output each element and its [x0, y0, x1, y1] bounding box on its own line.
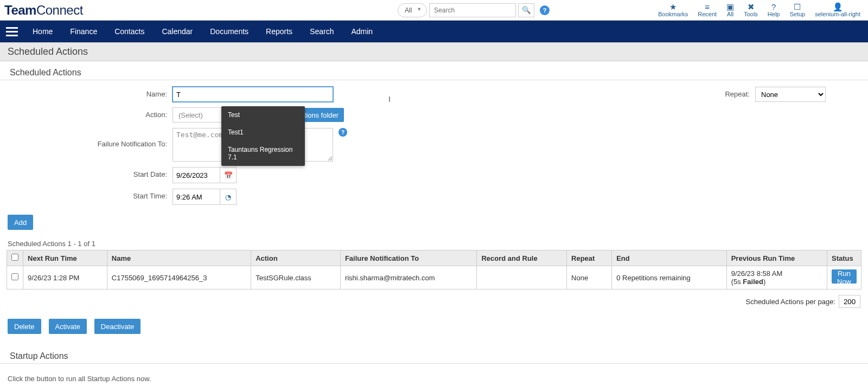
- form-left: Name: I Action: (Select) Go To Actions f…: [10, 87, 357, 210]
- ac-item[interactable]: Test: [221, 106, 305, 124]
- tools-icon: ✖: [748, 3, 755, 11]
- header-status[interactable]: Status: [827, 250, 861, 266]
- row-failure-to: Failure Notification To: ?: [10, 128, 357, 162]
- cell-status: Run Now: [827, 266, 861, 290]
- header-next-run[interactable]: Next Run Time: [23, 250, 107, 266]
- page-title: Scheduled Actions: [0, 42, 868, 61]
- name-autocomplete: Test Test1 Tauntauns Regression 7.1: [221, 106, 305, 166]
- label-action: Action:: [10, 107, 173, 123]
- nav-search[interactable]: Search: [301, 21, 342, 42]
- nav-admin[interactable]: Admin: [342, 21, 381, 42]
- deactivate-button[interactable]: Deactivate: [94, 319, 141, 334]
- hamburger-menu[interactable]: [0, 21, 24, 42]
- row-name: Name: I: [10, 87, 357, 102]
- nav-reports[interactable]: Reports: [257, 21, 301, 42]
- clock-icon[interactable]: ◔: [220, 189, 236, 204]
- calendar-icon[interactable]: 📅: [220, 168, 236, 183]
- cell-next-run: 9/26/23 1:28 PM: [23, 266, 107, 290]
- top-link-tools[interactable]: ✖Tools: [744, 3, 758, 17]
- main-navbar: Home Finance Contacts Calendar Documents…: [0, 21, 868, 42]
- label-start-time: Start Time:: [10, 189, 173, 204]
- search-filter-select[interactable]: All: [398, 3, 427, 17]
- top-link-user[interactable]: 👤selenium-all-right: [815, 3, 860, 17]
- nav-finance[interactable]: Finance: [61, 21, 106, 42]
- header-prev-run[interactable]: Previous Run Time: [726, 250, 827, 266]
- list-icon: ≡: [705, 3, 710, 11]
- per-page-row: Scheduled Actions per page:: [0, 290, 868, 313]
- header-checkbox: [7, 250, 23, 266]
- table-header-row: Next Run Time Name Action Failure Notifi…: [7, 250, 861, 266]
- search-icon: 🔍: [522, 6, 531, 14]
- label-start-date: Start Date:: [10, 167, 173, 182]
- nav-calendar[interactable]: Calendar: [153, 21, 201, 42]
- table-row: 9/26/23 1:28 PM C1755069_1695714964256_3…: [7, 266, 861, 290]
- header-record-rule[interactable]: Record and Rule: [477, 250, 567, 266]
- top-link-setup[interactable]: ☐Setup: [789, 3, 805, 17]
- monitor-icon: ☐: [794, 3, 801, 11]
- per-page-input[interactable]: [839, 295, 860, 308]
- section-title: Scheduled Actions: [0, 61, 868, 80]
- header-repeat[interactable]: Repeat: [567, 250, 612, 266]
- row-action: Action: (Select) Go To Actions folder: [10, 107, 357, 123]
- label-name: Name:: [10, 87, 173, 102]
- row-start-time: Start Time: ◔: [10, 189, 357, 205]
- cell-failure-to: rishi.sharma@mitratech.com: [340, 266, 477, 290]
- header-end[interactable]: End: [612, 250, 727, 266]
- help-icon[interactable]: ?: [339, 128, 347, 137]
- startup-actions-title: Startup Actions: [0, 345, 868, 364]
- ac-item[interactable]: Test1: [221, 124, 305, 141]
- cell-name: C1755069_1695714964256_3: [107, 266, 251, 290]
- nav-home[interactable]: Home: [24, 21, 61, 42]
- form-right: Repeat: None: [725, 87, 858, 210]
- global-search: All 🔍 ?: [192, 3, 550, 17]
- start-time-input[interactable]: [173, 189, 220, 204]
- user-icon: 👤: [833, 3, 843, 11]
- top-links: ★Bookmarks ≡Recent ▣All ✖Tools ?Help ☐Se…: [658, 3, 860, 17]
- name-input[interactable]: [173, 87, 333, 102]
- text-cursor-icon: I: [388, 95, 391, 104]
- nav-items: Home Finance Contacts Calendar Documents…: [24, 21, 381, 42]
- top-link-help[interactable]: ?Help: [768, 3, 780, 17]
- label-failure-to: Failure Notification To:: [10, 128, 173, 149]
- table-caption: Scheduled Actions 1 - 1 of 1: [0, 234, 868, 250]
- scheduled-actions-table: Next Run Time Name Action Failure Notifi…: [7, 250, 861, 290]
- row-repeat: Repeat: None: [725, 87, 826, 102]
- search-input[interactable]: [429, 3, 516, 17]
- activate-button[interactable]: Activate: [49, 319, 87, 334]
- startup-hint: Click the button to run all Startup Acti…: [0, 370, 868, 386]
- brand-logo: TeamConnect: [4, 3, 83, 18]
- label-repeat: Repeat:: [725, 87, 755, 102]
- cell-end: 0 Repetitions remaining: [612, 266, 727, 290]
- search-button[interactable]: 🔍: [518, 3, 534, 17]
- start-date-input[interactable]: [173, 168, 220, 183]
- cell-repeat: None: [567, 266, 612, 290]
- bulk-actions: Delete Activate Deactivate: [0, 313, 868, 345]
- row-start-date: Start Date: 📅: [10, 167, 357, 183]
- top-link-all[interactable]: ▣All: [726, 3, 734, 17]
- header-action[interactable]: Action: [251, 250, 341, 266]
- header-failure-to[interactable]: Failure Notification To: [340, 250, 477, 266]
- run-now-button[interactable]: Run Now: [832, 269, 857, 284]
- row-checkbox-cell: [7, 266, 23, 290]
- cell-prev-run: 9/26/23 8:58 AM (5s Failed): [726, 266, 827, 290]
- cell-action: TestSGRule.class: [251, 266, 341, 290]
- repeat-select[interactable]: None: [755, 87, 826, 102]
- search-filter-wrap: All: [398, 3, 427, 17]
- nav-documents[interactable]: Documents: [201, 21, 257, 42]
- add-row: Add: [0, 210, 868, 234]
- ac-item[interactable]: Tauntauns Regression 7.1: [221, 141, 305, 166]
- question-icon: ?: [771, 3, 776, 11]
- add-button[interactable]: Add: [8, 215, 33, 230]
- row-checkbox[interactable]: [11, 273, 18, 280]
- brand-light: Connect: [36, 3, 83, 17]
- help-icon[interactable]: ?: [540, 5, 550, 15]
- nav-contacts[interactable]: Contacts: [106, 21, 153, 42]
- select-all-checkbox[interactable]: [11, 254, 18, 261]
- start-time-wrap: ◔: [173, 189, 237, 205]
- start-date-wrap: 📅: [173, 167, 237, 183]
- header-name[interactable]: Name: [107, 250, 251, 266]
- top-link-bookmarks[interactable]: ★Bookmarks: [658, 3, 688, 17]
- top-link-recent[interactable]: ≡Recent: [698, 3, 717, 17]
- per-page-label: Scheduled Actions per page:: [745, 298, 835, 306]
- delete-button[interactable]: Delete: [8, 319, 41, 334]
